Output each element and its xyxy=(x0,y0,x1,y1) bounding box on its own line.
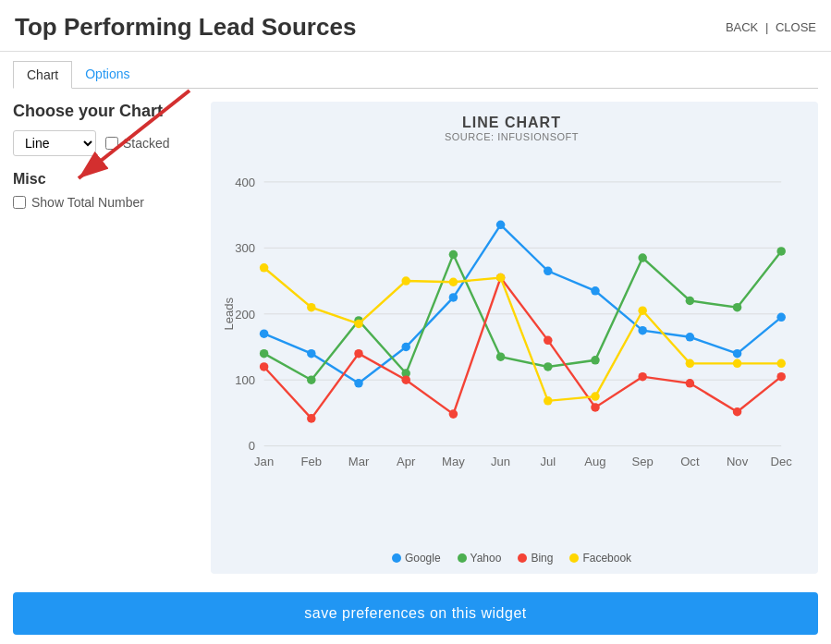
save-preferences-button[interactable]: save preferences on this widget xyxy=(13,592,818,635)
svg-point-36 xyxy=(307,375,316,384)
svg-point-64 xyxy=(496,273,506,283)
svg-text:400: 400 xyxy=(235,176,255,189)
svg-point-39 xyxy=(449,250,458,260)
legend-facebook-dot xyxy=(569,553,579,563)
tab-chart[interactable]: Chart xyxy=(13,61,72,89)
back-link[interactable]: BACK xyxy=(726,20,758,34)
svg-point-25 xyxy=(354,379,363,388)
svg-point-26 xyxy=(401,343,410,352)
svg-point-47 xyxy=(260,362,269,371)
svg-point-41 xyxy=(544,362,553,371)
svg-point-63 xyxy=(449,277,458,286)
svg-point-57 xyxy=(733,407,742,417)
svg-text:100: 100 xyxy=(235,373,255,387)
svg-text:300: 300 xyxy=(235,241,255,255)
main-panel: Choose your Chart Line Bar Pie Stacked M… xyxy=(13,102,818,574)
svg-point-45 xyxy=(733,303,742,312)
chart-svg-wrapper: 400 300 200 100 0 Leads Jan Feb Mar Apr xyxy=(220,148,803,546)
show-total-checkbox[interactable] xyxy=(13,196,26,209)
svg-point-50 xyxy=(401,375,410,384)
svg-point-65 xyxy=(544,396,553,406)
header-nav: BACK | CLOSE xyxy=(726,20,816,34)
nav-separator: | xyxy=(765,20,768,34)
svg-text:Jul: Jul xyxy=(540,455,556,468)
close-link[interactable]: CLOSE xyxy=(776,20,816,34)
header: Top Performing Lead Sources BACK | CLOSE xyxy=(0,0,831,52)
legend-yahoo-label: Yahoo xyxy=(470,552,502,565)
svg-point-67 xyxy=(638,306,647,315)
chart-subtitle: SOURCE: INFUSIONSOFT xyxy=(445,131,579,142)
svg-point-59 xyxy=(260,263,269,273)
svg-point-24 xyxy=(307,349,316,358)
svg-text:Nov: Nov xyxy=(727,455,749,468)
chart-title: LINE CHART xyxy=(462,115,561,131)
svg-point-60 xyxy=(307,303,316,312)
stacked-checkbox-label: Stacked xyxy=(105,136,170,151)
svg-text:May: May xyxy=(442,455,465,468)
legend-facebook-label: Facebook xyxy=(582,552,631,565)
content-area: Chart Options Choose your Chart Line Bar… xyxy=(0,52,831,583)
svg-point-62 xyxy=(401,276,410,286)
svg-point-43 xyxy=(638,253,647,262)
chart-type-row: Line Bar Pie Stacked xyxy=(13,130,198,156)
svg-point-46 xyxy=(776,247,786,256)
svg-text:Apr: Apr xyxy=(397,455,416,468)
svg-point-61 xyxy=(354,320,363,329)
svg-point-58 xyxy=(776,372,786,382)
tab-options[interactable]: Options xyxy=(72,61,142,88)
svg-point-68 xyxy=(686,359,695,369)
svg-point-44 xyxy=(686,297,695,306)
show-total-label: Show Total Number xyxy=(13,195,198,210)
svg-text:Dec: Dec xyxy=(771,455,793,468)
svg-text:Aug: Aug xyxy=(584,455,605,468)
legend-bing-dot xyxy=(518,553,527,563)
svg-point-49 xyxy=(354,349,363,358)
left-panel: Choose your Chart Line Bar Pie Stacked M… xyxy=(13,102,198,574)
legend-google-label: Google xyxy=(405,552,441,565)
choose-chart-heading: Choose your Chart xyxy=(13,102,198,121)
svg-text:Jun: Jun xyxy=(491,455,510,468)
legend-yahoo: Yahoo xyxy=(458,552,502,565)
legend-facebook: Facebook xyxy=(569,552,631,565)
svg-text:Feb: Feb xyxy=(301,455,323,468)
svg-text:Mar: Mar xyxy=(348,455,370,468)
svg-point-34 xyxy=(776,313,786,322)
legend-bing: Bing xyxy=(518,552,553,565)
svg-point-53 xyxy=(544,336,553,346)
svg-point-35 xyxy=(260,349,269,358)
svg-point-23 xyxy=(260,329,269,338)
svg-point-27 xyxy=(449,293,458,302)
svg-point-69 xyxy=(733,359,742,369)
svg-point-54 xyxy=(591,403,600,412)
footer: save preferences on this widget xyxy=(0,583,831,644)
svg-text:Sep: Sep xyxy=(632,455,654,468)
svg-text:0: 0 xyxy=(249,439,255,453)
tabs-bar: Chart Options xyxy=(13,61,818,89)
svg-point-48 xyxy=(307,414,316,423)
stacked-checkbox[interactable] xyxy=(105,137,118,150)
legend-google: Google xyxy=(392,552,441,565)
legend-bing-label: Bing xyxy=(531,552,553,565)
svg-point-56 xyxy=(686,379,695,388)
svg-point-28 xyxy=(496,221,506,230)
chart-type-select[interactable]: Line Bar Pie xyxy=(13,130,96,156)
svg-point-29 xyxy=(544,267,553,276)
svg-point-30 xyxy=(591,286,600,296)
chart-area: LINE CHART SOURCE: INFUSIONSOFT xyxy=(211,102,818,574)
chart-legend: Google Yahoo Bing Facebook xyxy=(392,552,631,565)
svg-point-31 xyxy=(638,326,647,335)
svg-point-32 xyxy=(686,333,695,342)
legend-yahoo-dot xyxy=(458,553,467,563)
legend-google-dot xyxy=(392,553,401,563)
svg-text:Oct: Oct xyxy=(680,455,700,468)
page-title: Top Performing Lead Sources xyxy=(15,13,356,42)
svg-point-55 xyxy=(638,372,647,382)
svg-text:Leads: Leads xyxy=(222,298,236,331)
svg-text:Jan: Jan xyxy=(254,455,274,468)
svg-point-70 xyxy=(776,359,786,369)
svg-point-40 xyxy=(496,352,506,361)
svg-text:200: 200 xyxy=(235,308,255,322)
svg-point-42 xyxy=(591,356,600,365)
misc-heading: Misc xyxy=(13,171,198,188)
svg-point-66 xyxy=(591,392,600,401)
